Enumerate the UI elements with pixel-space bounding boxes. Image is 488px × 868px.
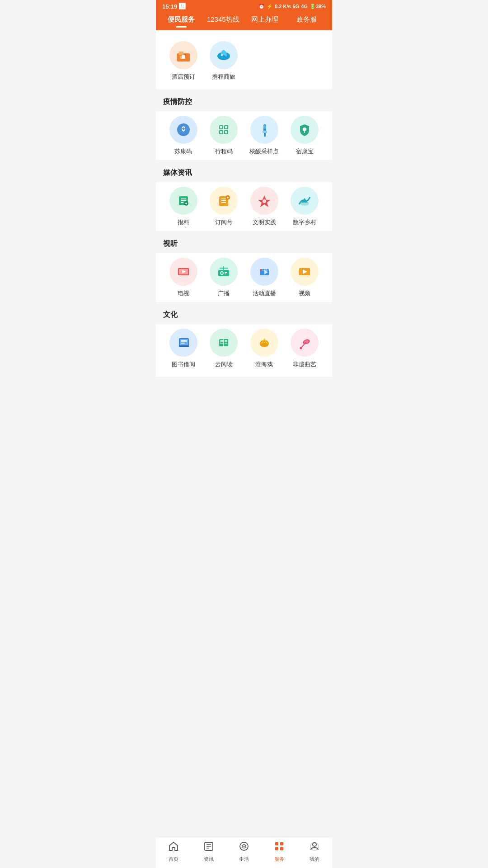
icon-digital-village[interactable]: 数字乡村 <box>285 182 325 231</box>
svg-rect-19 <box>264 133 266 137</box>
icon-live[interactable]: LIVE 活动直播 <box>244 253 285 302</box>
svg-point-20 <box>263 125 266 129</box>
icon-sukang[interactable]: 苏康码 <box>163 111 204 160</box>
section-title-epidemic: 疫情防控 <box>156 93 332 111</box>
icon-civilization[interactable]: 文明实践 <box>244 182 285 231</box>
icon-tv[interactable]: 电视 <box>163 253 204 302</box>
svg-rect-15 <box>220 131 222 133</box>
icon-travel[interactable]: 行程码 <box>204 111 244 160</box>
svg-point-45 <box>221 272 223 274</box>
svg-rect-13 <box>220 126 222 128</box>
icon-travel-label: 行程码 <box>215 147 233 156</box>
epidemic-icons: 苏康码 行程码 <box>163 111 325 160</box>
icon-sukangbao-label: 宿康宝 <box>296 147 314 156</box>
audio-visual-icons: 电视 广播 <box>163 253 325 302</box>
tab-hotline[interactable]: 12345热线 <box>202 13 244 27</box>
svg-rect-18 <box>263 131 267 133</box>
icon-nucleic[interactable]: 核酸采样点 <box>244 111 285 160</box>
main-content: 酒店预订 携程商旅 疫情防控 <box>156 30 332 377</box>
icon-subscribe[interactable]: 订阅号 <box>204 182 244 231</box>
icon-video-label: 视频 <box>299 289 310 297</box>
icon-nucleic-label: 核酸采样点 <box>249 147 279 156</box>
svg-rect-65 <box>220 343 223 344</box>
icon-digital-village-label: 数字乡村 <box>293 218 316 226</box>
battery-icon: 🔋39% <box>310 4 326 9</box>
svg-rect-46 <box>225 272 227 273</box>
icon-tv-label: 电视 <box>178 289 189 297</box>
tab-convenience[interactable]: 便民服务 <box>160 13 202 27</box>
icon-report[interactable]: 报料 <box>163 182 204 231</box>
svg-point-38 <box>263 199 266 203</box>
svg-text:LIVE: LIVE <box>263 269 268 271</box>
icon-library-label: 图书借阅 <box>172 360 195 368</box>
svg-rect-67 <box>225 341 227 342</box>
icon-intangible[interactable]: 非遗曲艺 <box>285 324 325 373</box>
svg-point-5 <box>221 54 223 56</box>
speed-indicator: 8.2 K/s <box>275 4 291 9</box>
media-icons: 报料 订阅号 <box>163 182 325 231</box>
svg-rect-60 <box>179 345 189 347</box>
icon-sukang-label: 苏康码 <box>174 147 192 156</box>
icon-huaihai-opera[interactable]: 淮海戏 <box>244 324 285 373</box>
section-title-audio-visual: 视听 <box>156 235 332 253</box>
icon-cloud-read-label: 云阅读 <box>215 360 233 368</box>
icon-live-label: 活动直播 <box>253 289 276 297</box>
divider-audio-visual <box>156 231 332 235</box>
svg-rect-59 <box>181 343 185 344</box>
svg-rect-47 <box>225 274 226 274</box>
5g-icon: 5G <box>293 4 300 9</box>
status-bar: 15:19 🅽 ⏰ ⚡ 8.2 K/s 5G 4G 🔋39% <box>156 0 332 13</box>
icon-subscribe-label: 订阅号 <box>215 218 233 226</box>
svg-rect-14 <box>225 126 227 128</box>
top-icon-row: 酒店预订 携程商旅 <box>163 37 325 89</box>
tab-online[interactable]: 网上办理 <box>244 13 286 27</box>
svg-rect-2 <box>182 55 185 59</box>
svg-rect-63 <box>220 340 223 341</box>
icon-video[interactable]: 视频 <box>285 253 325 302</box>
svg-rect-16 <box>225 131 227 133</box>
svg-rect-3 <box>180 56 182 59</box>
tab-gov[interactable]: 政务服 <box>286 13 328 27</box>
icon-sukangbao[interactable]: 宿康宝 <box>285 111 325 160</box>
icon-report-label: 报料 <box>178 218 189 226</box>
svg-rect-64 <box>220 341 223 342</box>
section-title-media: 媒体资讯 <box>156 164 332 182</box>
icon-ctrip-label: 携程商旅 <box>212 73 235 81</box>
svg-rect-57 <box>181 340 187 341</box>
section-title-culture: 文化 <box>156 306 332 324</box>
divider-media <box>156 160 332 164</box>
svg-rect-68 <box>225 343 227 344</box>
icon-cloud-read[interactable]: 云阅读 <box>204 324 244 373</box>
icon-huaihai-opera-label: 淮海戏 <box>255 360 273 368</box>
alarm-icon: ⏰ <box>258 4 265 9</box>
icon-civilization-label: 文明实践 <box>253 218 276 226</box>
icon-ctrip[interactable]: 携程商旅 <box>204 37 244 85</box>
icon-radio-label: 广播 <box>218 289 230 297</box>
icon-hotel[interactable]: 酒店预订 <box>163 37 204 85</box>
svg-point-76 <box>300 347 302 349</box>
svg-rect-1 <box>179 52 183 55</box>
nav-tabs: 便民服务 12345热线 网上办理 政务服 <box>156 13 332 30</box>
time-display: 15:19 <box>162 3 177 10</box>
icon-intangible-label: 非遗曲艺 <box>293 360 316 368</box>
bluetooth-icon: ⚡ <box>267 4 273 9</box>
nfc-icon: 🅽 <box>179 3 185 10</box>
svg-rect-66 <box>225 340 227 341</box>
icon-radio[interactable]: 广播 <box>204 253 244 302</box>
divider-culture <box>156 302 332 306</box>
4g-icon: 4G <box>301 4 308 9</box>
icon-hotel-label: 酒店预订 <box>172 73 195 81</box>
svg-rect-58 <box>181 341 187 342</box>
culture-icons: 图书借阅 云阅读 <box>163 324 325 373</box>
divider-epidemic <box>156 89 332 93</box>
svg-point-51 <box>260 269 262 271</box>
icon-library[interactable]: 图书借阅 <box>163 324 204 373</box>
